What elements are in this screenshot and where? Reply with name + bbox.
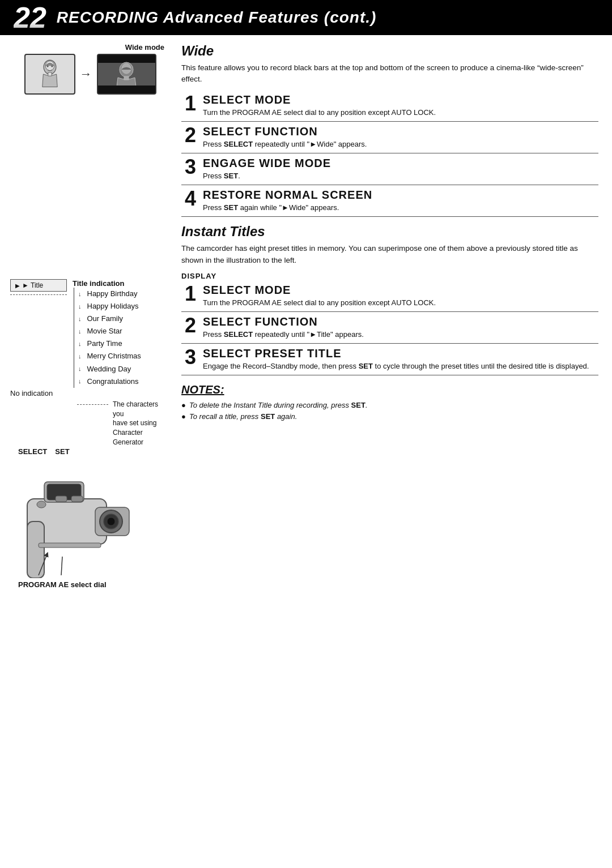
title-list: ↓Happy Birthday↓Happy Holidays↓Our Famil…: [78, 288, 141, 388]
wide-mode-label: Wide mode: [10, 43, 170, 52]
step-text: Turn the PROGRAM AE select dial to any p…: [203, 298, 598, 308]
page-number: 22: [14, 3, 46, 32]
title-dashed-line: [10, 294, 67, 295]
step-title: SELECT MODE: [203, 284, 598, 296]
page-title: RECORDING Advanced Features (cont.): [57, 8, 377, 27]
wide-step-3: 3 ENGAGE WIDE MODE Press SET.: [181, 155, 598, 185]
svg-rect-19: [39, 543, 101, 548]
title-text: Merry Christmas: [87, 350, 141, 362]
step-title: ENGAGE WIDE MODE: [203, 157, 598, 169]
instant-titles-description: The camcorder has eight preset titles in…: [181, 243, 598, 266]
notes-list: To delete the Instant Title during recor…: [181, 400, 598, 422]
set-label: SET: [55, 447, 69, 456]
step-text: Turn the PROGRAM AE select dial to any p…: [203, 108, 598, 118]
title-text: Happy Birthday: [87, 288, 138, 300]
step-number: 1: [181, 91, 203, 121]
svg-line-21: [61, 557, 62, 575]
normal-screen-box: [24, 54, 75, 95]
title-text: Party Time: [87, 337, 122, 350]
title-list-item: ↓Our Family: [78, 313, 141, 325]
wide-section: Wide This feature allows you to record b…: [181, 43, 598, 217]
step-number: 2: [181, 313, 203, 343]
title-text: Happy Holidays: [87, 300, 139, 313]
step-number: 2: [181, 123, 203, 153]
step-content: SELECT MODE Turn the PROGRAM AE select d…: [203, 91, 598, 121]
instant-titles-heading: Instant Titles: [181, 224, 598, 240]
right-column: Wide This feature allows you to record b…: [176, 35, 612, 595]
instant-step-1: 1 SELECT MODE Turn the PROGRAM AE select…: [181, 281, 598, 312]
select-set-labels: SELECT SET: [18, 447, 170, 456]
step-title: SELECT PRESET TITLE: [203, 347, 598, 360]
instant-step-2: 2 SELECT FUNCTION Press SELECT repeatedl…: [181, 313, 598, 344]
step-content: SELECT FUNCTION Press SELECT repeatedly …: [203, 313, 598, 343]
arrow-icon: →: [80, 67, 92, 82]
svg-point-3: [46, 65, 48, 67]
step-content: ENGAGE WIDE MODE Press SET.: [203, 155, 598, 185]
no-indication-label: No indication: [10, 389, 170, 397]
step-text: Press SELECT repeatedly until "►Title" a…: [203, 330, 598, 340]
step-number: 3: [181, 345, 203, 375]
step-title: RESTORE NORMAL SCREEN: [203, 189, 598, 201]
wide-screen-illustration: [103, 62, 151, 87]
instant-titles-section: Instant Titles The camcorder has eight p…: [181, 224, 598, 422]
title-list-item: ↓Happy Holidays: [78, 300, 141, 313]
step-text: Press SELECT repeatedly until "►Wide" ap…: [203, 139, 598, 149]
svg-point-4: [51, 65, 53, 67]
instant-steps: 1 SELECT MODE Turn the PROGRAM AE select…: [181, 281, 598, 376]
svg-rect-15: [27, 521, 44, 578]
step-content: SELECT FUNCTION Press SELECT repeatedly …: [203, 123, 598, 153]
step-number: 1: [181, 281, 203, 311]
svg-rect-7: [124, 76, 129, 80]
title-text: Our Family: [87, 313, 124, 325]
wide-heading: Wide: [181, 43, 598, 59]
wide-steps: 1 SELECT MODE Turn the PROGRAM AE select…: [181, 91, 598, 217]
notes-heading: Notes:: [181, 383, 598, 396]
dashed-line-characters: [77, 404, 108, 405]
title-box-col: ▶ ► Title: [10, 279, 67, 297]
camcorder-area: [10, 465, 170, 578]
title-list-item: ↓Wedding Day: [78, 363, 141, 375]
title-box-label: ► Title: [22, 281, 43, 289]
title-triangle-icon: ▶: [15, 283, 20, 289]
step-number: 3: [181, 155, 203, 185]
wide-step-2: 2 SELECT FUNCTION Press SELECT repeatedl…: [181, 123, 598, 153]
step-text: Engage the Record–Standby mode, then pre…: [203, 361, 598, 371]
title-indication-area: ▶ ► Title Title indication ↓Happy Birthd…: [10, 279, 170, 388]
bottom-black-bar: [98, 85, 155, 93]
program-ae-label: PROGRAM AE select dial: [18, 580, 170, 589]
note-item-1: To delete the Instant Title during recor…: [181, 400, 598, 411]
note-item-2: To recall a title, press SET again.: [181, 411, 598, 422]
step-title: SELECT FUNCTION: [203, 125, 598, 138]
step-title: SELECT MODE: [203, 93, 598, 106]
main-content: Wide mode: [0, 35, 612, 595]
svg-point-18: [37, 501, 46, 508]
title-text: Movie Star: [87, 325, 122, 337]
display-label: Display: [181, 272, 598, 280]
characters-note: The characters youhave set usingCharacte…: [113, 400, 170, 447]
svg-rect-16: [56, 496, 67, 502]
title-list-item: ↓Merry Christmas: [78, 350, 141, 362]
step-content: SELECT MODE Turn the PROGRAM AE select d…: [203, 281, 598, 311]
step-title: SELECT FUNCTION: [203, 315, 598, 328]
svg-rect-2: [48, 72, 51, 76]
step-text: Press SET again while "►Wide" appears.: [203, 203, 598, 213]
wide-step-4: 4 RESTORE NORMAL SCREEN Press SET again …: [181, 186, 598, 217]
camcorder-illustration: [10, 465, 158, 578]
wide-mode-illustration: Wide mode: [10, 43, 170, 95]
title-list-item: ↓Movie Star: [78, 325, 141, 337]
instant-step-3: 3 SELECT PRESET TITLE Engage the Record–…: [181, 345, 598, 375]
step-number: 4: [181, 186, 203, 216]
left-column: Wide mode: [0, 35, 176, 595]
select-label: SELECT: [18, 447, 47, 456]
title-list-item: ↓Happy Birthday: [78, 288, 141, 300]
wide-description: This feature allows you to record black …: [181, 62, 598, 85]
wide-mode-images: →: [24, 54, 156, 95]
wide-step-1: 1 SELECT MODE Turn the PROGRAM AE select…: [181, 91, 598, 122]
title-text: Congratulations: [87, 375, 139, 388]
page-header: 22 RECORDING Advanced Features (cont.): [0, 0, 612, 35]
svg-point-12: [107, 518, 115, 525]
title-indication-label: Title indication: [73, 279, 141, 288]
title-text: Wedding Day: [87, 363, 131, 375]
notes-section: Notes: To delete the Instant Title durin…: [181, 383, 598, 422]
normal-screen-illustration: [30, 57, 70, 91]
